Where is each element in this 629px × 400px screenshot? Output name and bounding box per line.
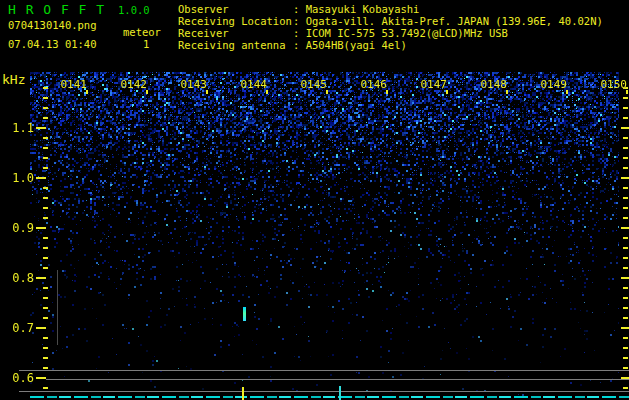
- frequency-tick-label: 1.0: [0, 171, 34, 185]
- capture-filename: 0704130140.png: [8, 19, 97, 31]
- level-gridline-upper: [19, 370, 629, 371]
- minor-tick-right: [623, 247, 628, 249]
- minor-tick-left: [43, 167, 48, 169]
- time-tick-label: 0142: [119, 78, 147, 91]
- major-tick-left: [36, 177, 46, 179]
- station-row-value: A504HB(yagi 4el): [306, 39, 407, 51]
- minor-tick-left: [43, 307, 48, 309]
- time-tick-label: 0141: [59, 78, 87, 91]
- major-tick-right: [621, 327, 629, 329]
- time-tick-label: 0146: [359, 78, 387, 91]
- frequency-tick-label: 0.6: [0, 371, 34, 385]
- time-tick-mark: [206, 90, 208, 94]
- minor-tick-left: [43, 207, 48, 209]
- minor-tick-left: [43, 97, 48, 99]
- major-tick-left: [36, 377, 46, 379]
- station-row-label: Observer: [178, 3, 293, 15]
- minor-tick-right: [623, 267, 628, 269]
- minor-tick-right: [623, 257, 628, 259]
- minor-tick-left: [43, 187, 48, 189]
- hrofft-output: H R O F F T 1.0.0 0704130140.png meteor …: [0, 0, 629, 400]
- major-tick-right: [621, 177, 629, 179]
- minor-tick-left: [43, 267, 48, 269]
- minor-tick-left: [43, 287, 48, 289]
- time-tick-label: 0145: [299, 78, 327, 91]
- minor-tick-left: [43, 297, 48, 299]
- station-row-separator: :: [293, 15, 306, 27]
- time-tick-mark: [566, 90, 568, 94]
- minor-tick-right: [623, 337, 628, 339]
- minor-tick-right: [623, 167, 628, 169]
- minor-tick-right: [623, 107, 628, 109]
- minor-tick-left: [43, 197, 48, 199]
- meteor-detection-marker: [242, 387, 244, 400]
- station-row-separator: :: [293, 27, 306, 39]
- time-tick-mark: [506, 90, 508, 94]
- minor-tick-right: [623, 157, 628, 159]
- level-trace-spike: [57, 270, 58, 345]
- minor-tick-right: [623, 387, 628, 389]
- spectrogram-canvas: [30, 72, 619, 396]
- app-version: 1.0.0: [118, 4, 150, 16]
- minor-tick-left: [43, 147, 48, 149]
- station-row: Receiver: ICOM IC-575 53.7492(@LCD)MHz U…: [178, 27, 508, 39]
- noise-level-baseline: [30, 396, 629, 398]
- major-tick-left: [36, 327, 46, 329]
- minor-tick-right: [623, 97, 628, 99]
- station-row: Receiving Location: Ogata-vill. Akita-Pr…: [178, 15, 603, 27]
- minor-tick-right: [623, 287, 628, 289]
- major-tick-right: [621, 127, 629, 129]
- time-tick-mark: [446, 90, 448, 94]
- minor-tick-right: [623, 207, 628, 209]
- minor-tick-left: [43, 117, 48, 119]
- station-row-value: Ogata-vill. Akita-Pref. JAPAN (139.96E, …: [306, 15, 603, 27]
- station-row-label: Receiving Location: [178, 15, 293, 27]
- station-row-value: Masayuki Kobayashi: [306, 3, 420, 15]
- minor-tick-right: [623, 307, 628, 309]
- time-tick-label: 0144: [239, 78, 267, 91]
- cyan-time-marker: [339, 386, 341, 400]
- time-tick-label: 0143: [179, 78, 207, 91]
- station-row-label: Receiving antenna: [178, 39, 293, 51]
- minor-tick-right: [623, 357, 628, 359]
- minor-tick-left: [43, 217, 48, 219]
- time-tick-mark: [266, 90, 268, 94]
- station-row: Receiving antenna: A504HB(yagi 4el): [178, 39, 407, 51]
- station-row-label: Receiver: [178, 27, 293, 39]
- frequency-tick-label: 0.9: [0, 221, 34, 235]
- level-gridline-lower: [19, 391, 629, 392]
- capture-timestamp: 07.04.13 01:40: [8, 38, 97, 50]
- station-row: Observer: Masayuki Kobayashi: [178, 3, 419, 15]
- minor-tick-left: [43, 107, 48, 109]
- frequency-tick-label: 0.8: [0, 271, 34, 285]
- minor-tick-right: [623, 197, 628, 199]
- major-tick-left: [36, 277, 46, 279]
- minor-tick-right: [623, 367, 628, 369]
- minor-tick-left: [43, 257, 48, 259]
- minor-tick-left: [43, 387, 48, 389]
- time-tick-mark: [626, 90, 628, 94]
- time-tick-mark: [86, 90, 88, 94]
- minor-tick-right: [623, 347, 628, 349]
- minor-tick-right: [623, 217, 628, 219]
- minor-tick-left: [43, 347, 48, 349]
- time-tick-mark: [326, 90, 328, 94]
- meteor-echo-mark: [243, 307, 246, 321]
- major-tick-left: [36, 227, 46, 229]
- minor-tick-left: [43, 157, 48, 159]
- station-row-value: ICOM IC-575 53.7492(@LCD)MHz USB: [306, 27, 508, 39]
- minor-tick-left: [43, 357, 48, 359]
- minor-tick-left: [43, 317, 48, 319]
- time-tick-mark: [386, 90, 388, 94]
- minor-tick-right: [623, 137, 628, 139]
- meteor-count: 1: [143, 38, 149, 50]
- minor-tick-left: [43, 137, 48, 139]
- time-tick-mark: [146, 90, 148, 94]
- time-tick-label: 0150: [599, 78, 627, 91]
- minor-tick-right: [623, 117, 628, 119]
- app-title: H R O F F T: [8, 2, 105, 17]
- frequency-axis-unit: kHz: [2, 72, 25, 87]
- minor-tick-right: [623, 297, 628, 299]
- station-row-separator: :: [293, 39, 306, 51]
- minor-tick-left: [43, 247, 48, 249]
